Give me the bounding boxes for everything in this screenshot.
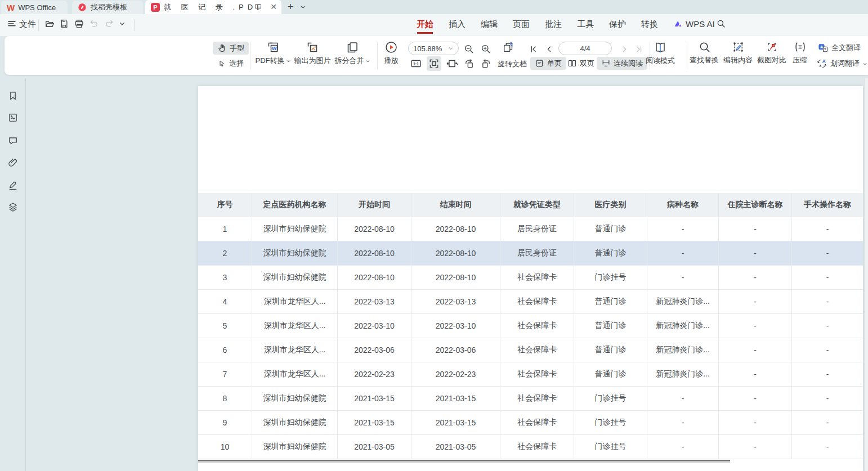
zoom-in-button[interactable] <box>480 43 492 55</box>
select-tool-button[interactable]: 选择 <box>213 57 248 70</box>
table-cell: - <box>719 266 792 289</box>
annotate-pen-icon[interactable] <box>7 180 19 191</box>
tab-list-chevron-icon[interactable] <box>297 1 308 12</box>
table-bottom-scrollbar-track <box>198 463 730 463</box>
table-cell: 深圳市妇幼保健院 <box>252 411 338 434</box>
table-cell: 2022-08-10 <box>338 266 411 289</box>
table-cell: - <box>719 387 792 410</box>
extract-pages-button[interactable] <box>502 41 514 53</box>
table-header-cell: 医疗类别 <box>574 193 647 217</box>
attachment-icon[interactable] <box>7 157 19 168</box>
extract-pages-icon <box>502 41 514 54</box>
table-cell: - <box>792 217 863 241</box>
word-translate-button[interactable]: x A 划词翻译 <box>816 58 867 69</box>
layers-icon[interactable] <box>7 201 19 213</box>
table-cell: 2022-03-13 <box>411 290 500 313</box>
full-translate-button[interactable]: A 全文翻译 <box>817 42 861 53</box>
menu-item-convert[interactable]: 转换 <box>641 19 658 30</box>
vertical-scrollbar[interactable] <box>864 78 868 471</box>
table-cell: 5 <box>198 314 252 338</box>
pdf-convert-button[interactable]: W PDF转换 <box>253 41 293 66</box>
close-tab-icon[interactable]: ✕ <box>268 1 279 12</box>
table-header-row: 序号定点医药机构名称开始时间结束时间就诊凭证类型医疗类别病种名称住院主诊断名称手… <box>198 193 863 217</box>
zoom-out-button[interactable] <box>463 43 475 55</box>
bookmark-icon[interactable] <box>7 90 19 101</box>
fit-width-button[interactable] <box>445 56 459 71</box>
table-row: 9深圳市妇幼保健院2021-03-152021-03-15社会保障卡门诊挂号--… <box>198 411 863 435</box>
menu-item-insert[interactable]: 插入 <box>449 19 466 30</box>
rotate-left-icon <box>463 58 475 70</box>
thumbnail-icon[interactable] <box>7 112 19 123</box>
tab-wps-office[interactable]: W WPS Office <box>1 1 68 14</box>
screenshot-compare-icon <box>766 41 778 53</box>
continuous-read-button[interactable]: 连续阅读 <box>597 57 647 70</box>
split-merge-button[interactable]: 拆分合并 <box>331 41 374 66</box>
redo-icon[interactable] <box>104 19 115 30</box>
table-cell: - <box>792 338 863 362</box>
menu-item-home[interactable]: 开始 <box>417 19 433 30</box>
search-icon[interactable] <box>716 19 727 30</box>
rotate-right-button[interactable] <box>478 56 493 71</box>
zoom-level-select[interactable]: 105.88% <box>408 42 459 55</box>
play-button[interactable]: 播放 <box>381 41 402 66</box>
menu-item-page[interactable]: 页面 <box>513 19 530 30</box>
edit-content-button[interactable]: 编辑内容 <box>721 41 755 65</box>
compress-button[interactable]: 压缩 <box>788 41 812 65</box>
pdf-file-icon: P <box>151 3 160 12</box>
file-menu[interactable]: 文件 <box>19 19 36 30</box>
single-page-button[interactable]: 单页 <box>530 57 566 70</box>
hamburger-menu-icon[interactable] <box>7 19 18 30</box>
prev-page-button[interactable] <box>543 43 555 55</box>
table-row: 10深圳市妇幼保健院2021-03-052021-03-05社会保障卡门诊挂号-… <box>198 435 863 459</box>
actual-size-button[interactable]: 1:1 <box>409 56 423 71</box>
table-cell: - <box>792 435 863 459</box>
pdf-page: 序号定点医药机构名称开始时间结束时间就诊凭证类型医疗类别病种名称住院主诊断名称手… <box>198 86 863 471</box>
hand-icon <box>217 43 227 53</box>
next-page-button[interactable] <box>618 43 630 55</box>
new-tab-button[interactable]: + <box>285 1 296 12</box>
menu-bar: 文件 开始 插入 编辑 页面 批注 工具 保护 转换 <box>0 14 868 36</box>
menu-item-edit[interactable]: 编辑 <box>481 19 498 30</box>
table-row: 6深圳市龙华区人...2022-03-062022-03-06社会保障卡普通门诊… <box>198 338 863 362</box>
table-cell: 深圳市龙华区人... <box>252 314 338 338</box>
hand-tool-button[interactable]: 手型 <box>213 42 249 55</box>
table-bottom-scrollbar[interactable] <box>198 460 730 461</box>
rotate-right-icon <box>480 58 492 70</box>
undo-redo-chevron-icon[interactable] <box>119 20 130 32</box>
table-cell: - <box>647 217 719 241</box>
table-header-cell: 住院主诊断名称 <box>719 193 792 217</box>
first-page-button[interactable] <box>527 43 539 55</box>
menu-item-protect[interactable]: 保护 <box>609 19 626 30</box>
menu-item-comment[interactable]: 批注 <box>545 19 562 30</box>
print-icon[interactable] <box>74 19 85 30</box>
tab-docer-templates[interactable]: 找稻壳模板 <box>72 1 143 14</box>
comment-icon[interactable] <box>7 135 19 146</box>
save-icon[interactable] <box>59 19 70 30</box>
table-row: 2深圳市妇幼保健院2022-08-102022-08-10居民身份证普通门诊--… <box>198 241 863 266</box>
table-cell: 门诊挂号 <box>574 435 647 459</box>
find-replace-button[interactable]: 查找替换 <box>687 41 722 65</box>
menu-item-tools[interactable]: 工具 <box>577 19 594 30</box>
monitor-icon[interactable] <box>252 1 263 12</box>
undo-icon[interactable] <box>89 19 100 30</box>
menu-item-wps-ai[interactable]: WPS AI <box>673 19 715 29</box>
export-image-button[interactable]: 输出为图片 <box>290 41 334 66</box>
one-to-one-icon: 1:1 <box>410 57 422 70</box>
table-cell: 普通门诊 <box>574 338 647 362</box>
fit-page-button[interactable] <box>427 56 441 71</box>
zoom-out-icon <box>463 43 475 55</box>
table-header-cell: 手术操作名称 <box>792 193 863 217</box>
left-sidebar <box>0 78 26 471</box>
table-cell: 2021-03-15 <box>338 411 411 434</box>
screenshot-compare-button[interactable]: 截图对比 <box>754 41 789 65</box>
rotate-left-button[interactable] <box>462 56 476 71</box>
table-cell: - <box>647 435 719 459</box>
page-indicator-input[interactable]: 4/4 <box>558 42 612 55</box>
table-cell: - <box>792 314 863 338</box>
open-folder-icon[interactable] <box>44 19 56 30</box>
rotate-doc-label[interactable]: 旋转文档 <box>498 59 527 69</box>
svg-text:W: W <box>272 46 277 51</box>
table-cell: - <box>647 266 719 289</box>
read-mode-button[interactable]: 阅读模式 <box>643 41 678 66</box>
table-row: 8深圳市妇幼保健院2021-03-152021-03-15社会保障卡门诊挂号--… <box>198 387 863 411</box>
